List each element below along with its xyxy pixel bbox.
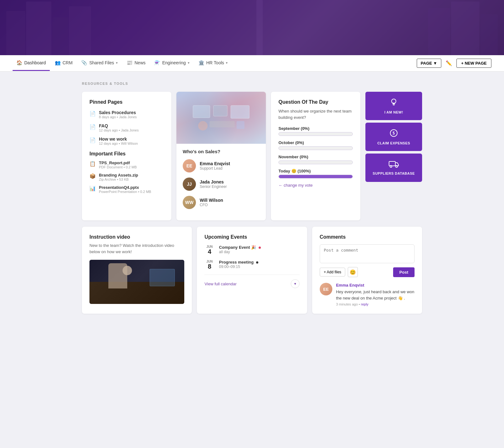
poll-label-october: October (0%) [278, 140, 353, 145]
poll-option-today[interactable]: Today 😊 (100%) [278, 169, 353, 178]
sales-img-inner [176, 92, 266, 144]
file-name-branding: Branding Assets.zip [99, 173, 138, 177]
comment-input[interactable] [320, 244, 415, 263]
hr-dropdown-icon: ▾ [226, 61, 228, 65]
i-am-new-button[interactable]: I AM NEW! [365, 92, 422, 120]
nav-item-crm[interactable]: 👥 CRM [51, 55, 77, 71]
nav-label-engineering: Engineering [162, 60, 186, 65]
svg-point-0 [392, 99, 396, 103]
page-name-how-we-work: How we work [99, 137, 138, 142]
file-meta-tps: PDF Document • 0.2 MB [99, 165, 137, 169]
nav-item-hr-tools[interactable]: 🏛️ HR Tools ▾ [195, 55, 232, 71]
calendar-chevron-down-icon[interactable]: ▾ [291, 279, 300, 288]
nav-item-dashboard[interactable]: 🏠 Dashboard [13, 55, 50, 71]
event-day-jun4: 4 [208, 248, 211, 255]
comment-user-emma[interactable]: Emma Enqvist [336, 283, 415, 288]
page-meta-faq: 12 days ago • Jada Jones [99, 128, 139, 132]
comments-card: Comments + Add files 😊 Post EE Emma Enqv… [312, 227, 422, 314]
person-jada-content: Jada Jones Senior Engineer [200, 179, 227, 189]
claim-expenses-button[interactable]: $ CLAIM EXPENSES [365, 123, 422, 151]
instruction-text: New to the team? Watch the introduction … [89, 242, 184, 255]
page-button[interactable]: PAGE ▼ [417, 59, 441, 68]
poll-option-october[interactable]: October (0%) [278, 140, 353, 150]
file-item-tps[interactable]: 📋 TPS_Report.pdf PDF Document • 0.2 MB [89, 160, 164, 169]
sales-title: Who's on Sales? [183, 149, 260, 154]
person-item-will[interactable]: WW Will Wilson CFO [183, 196, 260, 209]
page-item-how-we-work[interactable]: 📄 How we work 12 days ago • Will Wilson [89, 137, 164, 145]
nav-item-engineering[interactable]: ⚗️ Engineering ▾ [151, 55, 193, 71]
svg-text:$: $ [392, 131, 395, 136]
page-item-faq[interactable]: 📄 FAQ 12 days ago • Jada Jones [89, 123, 164, 132]
avatar-emma: EE [183, 159, 196, 172]
file-presentation-content: PresentationQ4.pptx PowerPoint Presentat… [99, 185, 151, 194]
comment-meta-emma: 3 minutes ago • reply [336, 302, 415, 306]
person-item-jada[interactable]: JJ Jada Jones Senior Engineer [183, 177, 260, 191]
new-page-button[interactable]: + NEW PAGE [456, 59, 491, 68]
nav-item-shared-files[interactable]: 📎 Shared Files ▾ [77, 55, 122, 71]
poll-option-september[interactable]: September (0%) [278, 126, 353, 136]
truck-icon [389, 160, 399, 170]
file-icon-pdf: 📋 [89, 161, 96, 167]
view-calendar-label: View full calendar [204, 282, 237, 286]
file-item-branding[interactable]: 📦 Branding Assets.zip Zip Archive • 53 K… [89, 173, 164, 181]
instruction-video-thumbnail[interactable] [89, 260, 184, 304]
event-day-jun8: 8 [208, 263, 211, 270]
add-files-button[interactable]: + Add files [320, 268, 346, 276]
event-dot-company [259, 247, 261, 249]
change-vote-link[interactable]: ← change my vote [278, 183, 353, 188]
person-name-will: Will Wilson [200, 198, 223, 203]
file-branding-content: Branding Assets.zip Zip Archive • 53 KB [99, 173, 138, 181]
navbar: 🏠 Dashboard 👥 CRM 📎 Shared Files ▾ 📰 New… [0, 55, 504, 72]
page-item-sales[interactable]: 📄 Sales Procedures 8 days ago • Jada Jon… [89, 110, 164, 119]
event-time-progress: 09:00–09:15 [219, 265, 258, 269]
file-item-presentation[interactable]: 📊 PresentationQ4.pptx PowerPoint Present… [89, 185, 164, 194]
reply-link-emma[interactable]: reply [361, 302, 369, 306]
event-company-content: Company Event 🎉 all day [219, 245, 261, 254]
page-item-sales-content: Sales Procedures 8 days ago • Jada Jones [99, 110, 137, 119]
poll-bar-september-bg [278, 132, 353, 136]
person-emma-content: Emma Enqvist Support Lead [200, 161, 230, 171]
nav-item-news[interactable]: 📰 News [123, 55, 149, 71]
event-name-progress: Progress meeting [219, 260, 258, 265]
poll-label-september: September (0%) [278, 126, 353, 131]
event-item-progress: JUN 8 Progress meeting 09:00–09:15 [204, 260, 299, 270]
avatar-will: WW [183, 196, 196, 209]
person-will-content: Will Wilson CFO [200, 198, 223, 207]
svg-rect-3 [389, 161, 395, 166]
poll-label-today: Today 😊 (100%) [278, 169, 353, 173]
suppliers-database-button[interactable]: SUPPLIERS DATABASE [365, 154, 422, 182]
nav-label-news: News [135, 60, 146, 65]
page-item-how-we-work-content: How we work 12 days ago • Will Wilson [99, 137, 138, 145]
top-grid: Pinned Pages 📄 Sales Procedures 8 days a… [82, 92, 422, 220]
poll-option-november[interactable]: November (0%) [278, 154, 353, 164]
instruction-title: Instruction video [89, 234, 184, 240]
page-name-sales: Sales Procedures [99, 110, 137, 115]
events-title: Upcoming Events [204, 234, 299, 240]
svg-point-4 [390, 166, 392, 167]
file-name-tps: TPS_Report.pdf [99, 160, 137, 165]
poll-bar-november-bg [278, 160, 353, 164]
post-button[interactable]: Post [393, 267, 415, 277]
comment-emma-content: Emma Enqvist Hey everyone, just heard ba… [336, 283, 415, 306]
comment-actions: + Add files 😊 Post [320, 267, 415, 277]
nav-label-hr-tools: HR Tools [206, 60, 224, 65]
important-files-title: Important Files [89, 151, 164, 157]
person-role-will: CFO [200, 203, 223, 207]
event-dot-progress [256, 261, 258, 264]
document-icon-1: 📄 [89, 111, 96, 117]
svg-point-5 [396, 166, 398, 167]
page-name-faq: FAQ [99, 123, 139, 128]
i-am-new-label: I AM NEW! [384, 110, 403, 114]
file-meta-presentation: PowerPoint Presentation • 0.2 MB [99, 190, 151, 194]
nav-label-shared-files: Shared Files [89, 60, 114, 65]
view-calendar-link[interactable]: View full calendar ▾ [204, 275, 299, 288]
edit-button[interactable]: ✏️ [444, 58, 454, 68]
poll-bar-today-bg [278, 175, 353, 178]
emoji-button[interactable]: 😊 [348, 267, 358, 277]
news-icon: 📰 [127, 60, 133, 66]
sales-body: Who's on Sales? EE Emma Enqvist Support … [176, 144, 266, 220]
banner [0, 0, 504, 55]
file-name-presentation: PresentationQ4.pptx [99, 185, 151, 190]
action-buttons: I AM NEW! $ CLAIM EXPENSES [365, 92, 422, 220]
person-item-emma[interactable]: EE Emma Enqvist Support Lead [183, 159, 260, 172]
